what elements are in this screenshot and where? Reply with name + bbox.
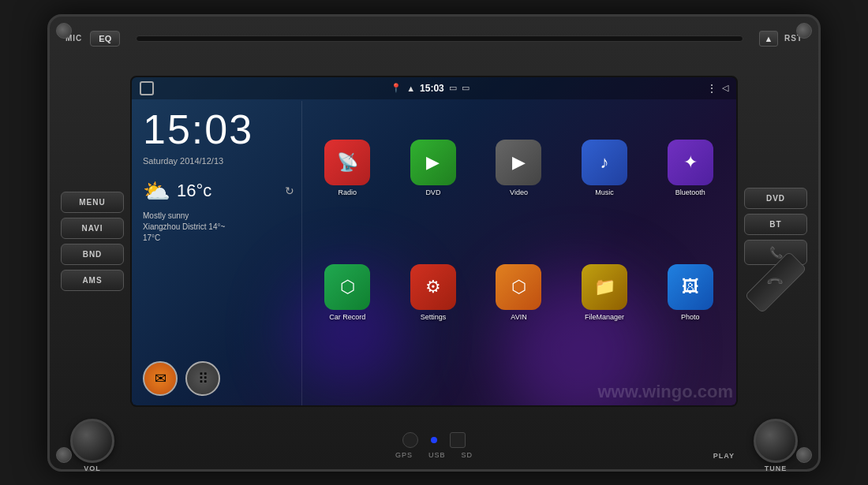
photo-icon: 🖼 — [668, 264, 713, 310]
bnd-button[interactable]: BND — [61, 244, 124, 265]
left-panel: 15:03 Saturday 2014/12/13 ⛅ 16°c ↻ Mostl… — [132, 101, 305, 405]
eject-button[interactable]: ▲ — [759, 31, 778, 47]
tune-knob[interactable] — [754, 419, 798, 463]
app-grid: 📡 Radio ▶ DVD ▶ Video ♪ Music — [301, 101, 736, 358]
app-avin[interactable]: ⬡ AVIN — [479, 233, 559, 352]
app-settings[interactable]: ⚙ Settings — [394, 233, 473, 352]
play-label: PLAY — [713, 452, 735, 460]
bluetooth-icon: ✦ — [668, 140, 713, 185]
top-bar: MIC EQ ▲ RST — [58, 24, 810, 53]
app-photo[interactable]: 🖼 Photo — [650, 233, 730, 352]
avin-icon: ⬡ — [496, 264, 541, 310]
settings-label: Settings — [421, 313, 447, 321]
bt-button[interactable]: BT — [744, 214, 807, 235]
filemanager-icon: 📁 — [582, 264, 627, 310]
corner-screw-br — [796, 447, 812, 463]
video-label: Video — [510, 188, 528, 196]
back-icon[interactable]: ◁ — [722, 83, 728, 93]
vol-knob[interactable] — [70, 419, 114, 463]
status-left — [140, 81, 154, 95]
app-music[interactable]: ♪ Music — [565, 109, 645, 227]
photo-label: Photo — [681, 313, 700, 321]
status-time: 15:03 — [420, 83, 444, 94]
left-controls: MENU NAVI BND AMS — [61, 192, 124, 291]
led-indicator — [431, 437, 437, 443]
tune-label: TUNE — [765, 464, 788, 472]
cd-slot — [136, 35, 743, 42]
avin-label: AVIN — [511, 313, 526, 321]
status-center: 📍 ▲ 15:03 ▭ ▭ — [391, 83, 470, 94]
dvd-icon: ▶ — [410, 140, 456, 185]
radio-icon: 📡 — [324, 140, 370, 185]
bottom-widgets: ✉ ⠿ — [143, 361, 220, 396]
weather-section: ⛅ 16°c ↻ — [143, 178, 294, 204]
main-section: MENU NAVI BND AMS 📍 ▲ 15:03 — [58, 53, 810, 430]
home-button[interactable] — [140, 81, 154, 95]
app-filemanager[interactable]: 📁 FileManager — [565, 233, 645, 352]
app-video[interactable]: ▶ Video — [479, 109, 559, 227]
screen-icon: ▭ — [462, 83, 470, 93]
corner-screw-bl — [56, 447, 72, 463]
car-head-unit: MIC EQ ▲ RST MENU NAVI BND AMS — [47, 14, 821, 472]
corner-screw-tr — [796, 23, 812, 39]
dvd-label: DVD — [425, 188, 440, 196]
radio-label: Radio — [339, 188, 357, 196]
gps-label: GPS — [395, 451, 413, 459]
sd-label: SD — [462, 451, 473, 459]
location-icon: 📍 — [391, 83, 402, 93]
status-right: ⋮ ◁ — [706, 82, 728, 95]
weather-desc: Mostly sunny Xiangzhou District 14°~ 17°… — [143, 211, 294, 244]
screen-content: 📍 ▲ 15:03 ▭ ▭ ⋮ ◁ 15:03 Saturday 2014/12… — [132, 77, 736, 405]
video-icon: ▶ — [496, 140, 541, 185]
android-screen[interactable]: 📍 ▲ 15:03 ▭ ▭ ⋮ ◁ 15:03 Saturday 2014/12… — [130, 76, 738, 407]
car-record-label: Car Record — [329, 313, 365, 321]
settings-icon: ⚙ — [410, 264, 456, 310]
app-dvd[interactable]: ▶ DVD — [394, 109, 473, 227]
refresh-icon[interactable]: ↻ — [285, 185, 294, 197]
status-bar: 📍 ▲ 15:03 ▭ ▭ ⋮ ◁ — [132, 77, 736, 99]
corner-screw-tl — [56, 23, 72, 39]
vol-label: VOL — [84, 464, 101, 472]
grid-widget[interactable]: ⠿ — [185, 361, 220, 396]
music-label: Music — [595, 188, 614, 196]
app-radio[interactable]: 📡 Radio — [308, 109, 387, 227]
date-display: Saturday 2014/12/13 — [143, 156, 294, 166]
battery-icon: ▭ — [449, 83, 457, 93]
bluetooth-label: Bluetooth — [675, 188, 705, 196]
bottom-bar: VOL GPS USB SD TUNE PLAY — [58, 430, 810, 461]
mode-button[interactable] — [450, 432, 466, 448]
eq-button[interactable]: EQ — [90, 31, 120, 47]
filemanager-label: FileManager — [585, 313, 624, 321]
ams-button[interactable]: AMS — [61, 270, 124, 291]
top-left-controls: MIC EQ — [65, 31, 120, 47]
car-record-icon: ⬡ — [324, 264, 370, 310]
menu-button[interactable]: MENU — [61, 192, 124, 213]
app-bluetooth[interactable]: ✦ Bluetooth — [650, 109, 730, 227]
right-controls: DVD BT 📞 📞 — [744, 188, 807, 295]
usb-label: USB — [428, 451, 446, 459]
weather-icon: ⛅ — [143, 178, 170, 204]
vol-knob-area: VOL — [70, 419, 114, 472]
clock-display: 15:03 — [143, 109, 294, 150]
notification-widget[interactable]: ✉ — [143, 361, 178, 396]
weather-temp: 16°c — [177, 181, 211, 201]
navi-button[interactable]: NAVI — [61, 218, 124, 239]
power-button[interactable] — [402, 432, 418, 448]
app-car-record[interactable]: ⬡ Car Record — [308, 233, 387, 352]
port-labels: GPS USB SD — [395, 451, 473, 459]
music-icon: ♪ — [582, 140, 627, 185]
wifi-icon: ▲ — [406, 84, 415, 93]
dvd-button[interactable]: DVD — [744, 188, 807, 209]
overflow-menu-icon[interactable]: ⋮ — [706, 82, 717, 95]
